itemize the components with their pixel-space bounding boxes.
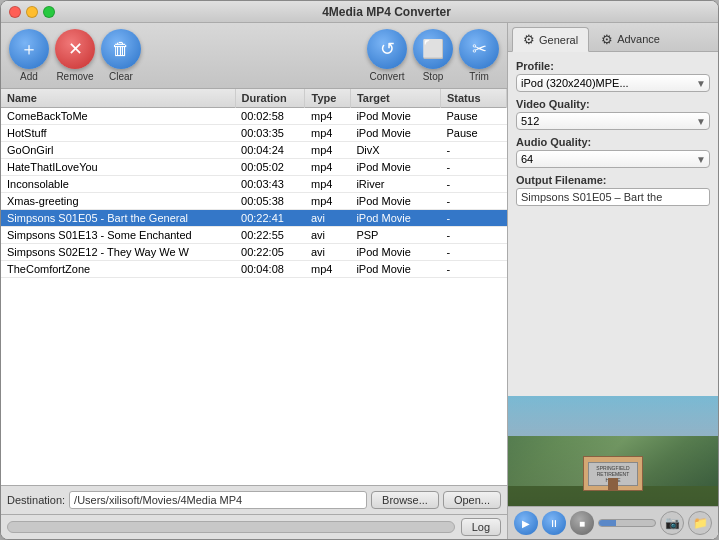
table-row[interactable]: Simpsons S01E13 - Some Enchanted 00:22:5…: [1, 227, 507, 244]
cell-status: -: [440, 159, 506, 176]
cell-target: iPod Movie: [350, 261, 440, 278]
pause-button[interactable]: ⏸: [542, 511, 566, 535]
remove-icon: ✕: [55, 29, 95, 69]
output-filename-group: Output Filename:: [516, 174, 710, 206]
preview-scrubber[interactable]: [598, 519, 656, 527]
gear-icon: ⚙: [523, 32, 535, 47]
video-quality-select[interactable]: 512: [516, 112, 710, 130]
cell-type: mp4: [305, 261, 350, 278]
table-row[interactable]: HateThatILoveYou 00:05:02 mp4 iPod Movie…: [1, 159, 507, 176]
clear-icon: 🗑: [101, 29, 141, 69]
audio-quality-label: Audio Quality:: [516, 136, 710, 148]
col-header-target: Target: [350, 89, 440, 108]
col-header-name: Name: [1, 89, 235, 108]
video-quality-group: Video Quality: 512 ▼: [516, 98, 710, 130]
output-filename-field[interactable]: [516, 188, 710, 206]
table-row[interactable]: HotStuff 00:03:35 mp4 iPod Movie Pause: [1, 125, 507, 142]
cell-type: mp4: [305, 125, 350, 142]
table-row[interactable]: Simpsons S02E12 - They Way We W 00:22:05…: [1, 244, 507, 261]
file-list[interactable]: Name Duration Type Target Status ComeBac…: [1, 89, 507, 485]
cell-name: GoOnGirl: [1, 142, 235, 159]
table-row[interactable]: Xmas-greeting 00:05:38 mp4 iPod Movie -: [1, 193, 507, 210]
profile-group: Profile: iPod (320x240)MPE... ▼: [516, 60, 710, 92]
col-header-duration: Duration: [235, 89, 305, 108]
stop-button[interactable]: ⬜ Stop: [413, 29, 453, 82]
cell-target: PSP: [350, 227, 440, 244]
cell-duration: 00:04:24: [235, 142, 305, 159]
tab-general[interactable]: ⚙ General: [512, 27, 589, 52]
table-row[interactable]: Simpsons S01E05 - Bart the General 00:22…: [1, 210, 507, 227]
toolbar: ＋ Add ✕ Remove 🗑 Clear ↺ Convert ⬜: [1, 23, 507, 89]
convert-icon: ↺: [367, 29, 407, 69]
stop-icon: ⬜: [413, 29, 453, 69]
cell-status: -: [440, 176, 506, 193]
cell-type: avi: [305, 210, 350, 227]
cell-type: mp4: [305, 193, 350, 210]
minimize-button[interactable]: [26, 6, 38, 18]
video-quality-select-wrapper: 512 ▼: [516, 112, 710, 130]
cell-duration: 00:02:58: [235, 108, 305, 125]
titlebar: 4Media MP4 Converter: [1, 1, 718, 23]
log-button[interactable]: Log: [461, 518, 501, 536]
cell-name: TheComfortZone: [1, 261, 235, 278]
file-table-body: ComeBackToMe 00:02:58 mp4 iPod Movie Pau…: [1, 108, 507, 278]
clear-button[interactable]: 🗑 Clear: [101, 29, 141, 82]
open-button[interactable]: Open...: [443, 491, 501, 509]
cell-type: avi: [305, 244, 350, 261]
audio-quality-group: Audio Quality: 64 ▼: [516, 136, 710, 168]
cell-type: mp4: [305, 176, 350, 193]
col-header-status: Status: [440, 89, 506, 108]
app-window: 4Media MP4 Converter ＋ Add ✕ Remove 🗑 Cl…: [0, 0, 719, 540]
cell-duration: 00:05:38: [235, 193, 305, 210]
trim-button[interactable]: ✂ Trim: [459, 29, 499, 82]
cell-status: Pause: [440, 108, 506, 125]
add-button[interactable]: ＋ Add: [9, 29, 49, 82]
cell-duration: 00:05:02: [235, 159, 305, 176]
tab-advance[interactable]: ⚙ Advance: [591, 27, 670, 51]
table-row[interactable]: ComeBackToMe 00:02:58 mp4 iPod Movie Pau…: [1, 108, 507, 125]
video-quality-label: Video Quality:: [516, 98, 710, 110]
cell-duration: 00:22:55: [235, 227, 305, 244]
cell-type: mp4: [305, 159, 350, 176]
preview-stop-button[interactable]: ■: [570, 511, 594, 535]
cell-target: DivX: [350, 142, 440, 159]
right-panel: ⚙ General ⚙ Advance Profile: iPod (320x2…: [508, 23, 718, 539]
browse-button[interactable]: Browse...: [371, 491, 439, 509]
general-tab-label: General: [539, 34, 578, 46]
scrubber-fill: [599, 520, 616, 526]
cell-duration: 00:22:41: [235, 210, 305, 227]
profile-select[interactable]: iPod (320x240)MPE...: [516, 74, 710, 92]
cell-type: mp4: [305, 142, 350, 159]
remove-button[interactable]: ✕ Remove: [55, 29, 95, 82]
traffic-lights: [9, 6, 55, 18]
cell-name: Simpsons S02E12 - They Way We W: [1, 244, 235, 261]
table-row[interactable]: TheComfortZone 00:04:08 mp4 iPod Movie -: [1, 261, 507, 278]
cell-name: ComeBackToMe: [1, 108, 235, 125]
audio-quality-select[interactable]: 64: [516, 150, 710, 168]
maximize-button[interactable]: [43, 6, 55, 18]
trim-icon: ✂: [459, 29, 499, 69]
screenshot-button[interactable]: 📷: [660, 511, 684, 535]
play-button[interactable]: ▶: [514, 511, 538, 535]
cell-target: iPod Movie: [350, 193, 440, 210]
cell-name: Simpsons S01E05 - Bart the General: [1, 210, 235, 227]
window-title: 4Media MP4 Converter: [63, 5, 710, 19]
stop-label: Stop: [423, 71, 444, 82]
close-button[interactable]: [9, 6, 21, 18]
cell-target: iPod Movie: [350, 244, 440, 261]
destination-label: Destination:: [7, 494, 65, 506]
left-panel: ＋ Add ✕ Remove 🗑 Clear ↺ Convert ⬜: [1, 23, 508, 539]
preview-area: SPRINGFIELDRETIREMENTHOME: [508, 396, 718, 506]
profile-select-wrapper: iPod (320x240)MPE... ▼: [516, 74, 710, 92]
output-filename-label: Output Filename:: [516, 174, 710, 186]
convert-label: Convert: [369, 71, 404, 82]
profile-label: Profile:: [516, 60, 710, 72]
trim-label: Trim: [469, 71, 489, 82]
cell-name: HotStuff: [1, 125, 235, 142]
table-row[interactable]: GoOnGirl 00:04:24 mp4 DivX -: [1, 142, 507, 159]
convert-button[interactable]: ↺ Convert: [367, 29, 407, 82]
open-folder-button[interactable]: 📁: [688, 511, 712, 535]
cell-duration: 00:03:35: [235, 125, 305, 142]
table-row[interactable]: Inconsolable 00:03:43 mp4 iRiver -: [1, 176, 507, 193]
cell-duration: 00:03:43: [235, 176, 305, 193]
